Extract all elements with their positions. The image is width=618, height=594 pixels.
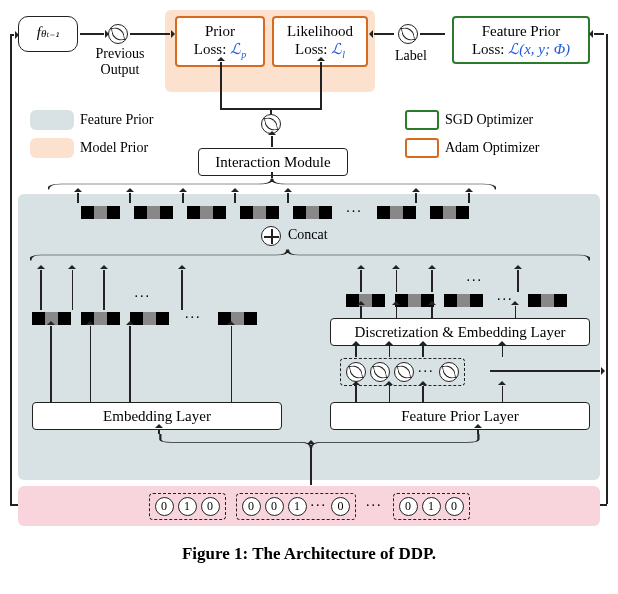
fp-loss-text: Loss: [472,41,508,57]
arrow [594,33,604,35]
ellipsis: ··· [135,289,152,305]
emb-left-row: ··· [32,310,257,326]
interaction-module-box: Interaction Module [198,148,348,176]
prior-loss-title: Prior [205,23,235,39]
one-hot-group: 0 0 1 ··· 0 [236,493,357,520]
legend-swatch-blue [30,110,74,130]
prior-loss-text: Loss: [194,41,230,57]
arrow [468,193,470,203]
arrow [10,34,14,36]
line [420,33,445,35]
one-hot-bit: 0 [399,497,418,516]
input-panel: 0 1 0 0 0 1 ··· 0 ··· 0 1 0 [18,486,600,526]
embed-block [444,294,483,307]
arrow [415,193,417,203]
legend-swatch-orange [405,138,439,158]
lik-loss-title: Likelihood [287,23,353,39]
embed-block [240,206,279,219]
lik-loss-sym: ℒ [331,41,342,57]
one-hot-group: 0 1 0 [149,493,226,520]
feature-prior-loss-box: Feature Prior Loss: ℒ(x, y; Φ) [452,16,590,64]
legend-adam: Adam Optimizer [405,138,539,158]
line [606,34,608,504]
arrow [77,193,79,203]
arrow [129,193,131,203]
arrow [287,193,289,203]
line [271,172,273,178]
embed-block [346,294,385,307]
one-hot-bit: 1 [422,497,441,516]
concat-label: Concat [288,227,328,243]
one-hot-bit: 0 [201,497,220,516]
label-text: Label [388,48,434,64]
brace-top [48,177,496,191]
line [270,108,272,114]
concat-embed-row: ··· [50,204,500,220]
grad-node-icon [394,362,414,382]
arrow [220,62,222,108]
arrow [374,33,394,35]
legend-swatch-peach [30,138,74,158]
arrow [182,193,184,203]
ellipsis: ··· [346,204,363,220]
arrow [80,33,104,35]
legend-model-prior: Model Prior [30,138,148,158]
embed-block [130,312,169,325]
ellipsis: ··· [366,498,383,514]
legend-model-prior-label: Model Prior [80,140,148,156]
legend-feature-prior-label: Feature Prior [80,112,153,128]
f-theta-box: fθₜ₋₁ [18,16,78,52]
one-hot-bit: 1 [288,497,307,516]
arrow [310,445,312,485]
ellipsis: ··· [467,273,484,289]
arr-out-dashed [355,386,503,402]
embed-block [218,312,257,325]
arrow [320,62,322,108]
one-hot-bit: 1 [178,497,197,516]
arrow [234,193,236,203]
embed-block [293,206,332,219]
figure-caption: Figure 1: The Architecture of DDP. [10,544,608,564]
legend-swatch-green [405,110,439,130]
f-theta-sub: θₜ₋₁ [41,27,59,39]
arrow [158,429,160,434]
embed-block [377,206,416,219]
line [10,34,12,504]
ellipsis: ··· [185,310,202,326]
line [600,504,607,506]
legend-feature-prior: Feature Prior [30,110,153,130]
embed-block [134,206,173,219]
legend-adam-label: Adam Optimizer [445,140,539,156]
grad-node-label [398,24,418,44]
concat-icon [261,226,281,246]
arr-left-down [50,326,232,402]
previous-output-label: Previous Output [88,46,152,78]
lik-loss-text: Loss: [295,41,331,57]
emb-out-row-r2-arrows [360,306,516,318]
embed-block [187,206,226,219]
lik-loss-sub: l [342,49,345,60]
line [10,504,18,506]
emb-out-row-r-arrows: ··· [360,270,519,292]
fp-loss-title: Feature Prior [482,23,561,39]
grad-node-icon [439,362,459,382]
arrow [477,429,479,434]
ellipsis: ··· [311,498,328,514]
emb-out-row-l-arrows: ··· [40,270,183,310]
line [606,370,608,372]
one-hot-bit: 0 [445,497,464,516]
embed-block [81,206,120,219]
fp-loss-sym: ℒ(x, y; Φ) [508,41,570,57]
one-hot-group: 0 1 0 [393,493,470,520]
feature-prior-layer-box: Feature Prior Layer [330,402,590,430]
prior-loss-sub: p [241,49,246,60]
one-hot-bit: 0 [155,497,174,516]
arrow [490,370,600,372]
arr-into-dashed [355,346,503,357]
one-hot-bit: 0 [242,497,261,516]
architecture-figure: fθₜ₋₁ Previous Output Prior Loss: ℒp Lik… [10,10,608,580]
arrow [271,136,273,147]
embed-block [528,294,567,307]
discretization-embedding-box: Discretization & Embedding Layer [330,318,590,346]
arrow [130,33,170,35]
